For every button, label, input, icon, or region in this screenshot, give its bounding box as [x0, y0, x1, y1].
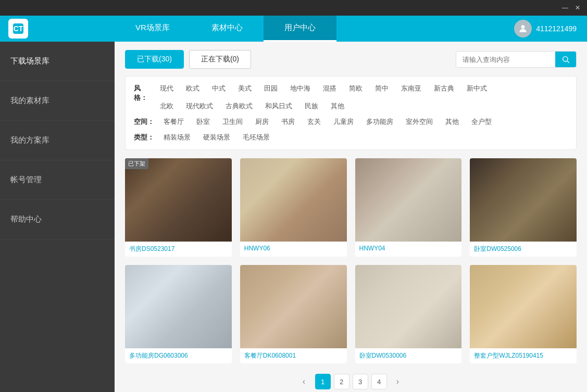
- sidebar: 下载场景库 我的素材库 我的方案库 帐号管理 帮助中心: [0, 42, 115, 392]
- header: CT VR场景库 素材中心 用户中心 4112121499: [0, 16, 587, 42]
- filter-tag[interactable]: 现代: [155, 83, 179, 94]
- image-grid: 已下架 书房DS0523017 HNWY06 HNWY04 卧室DW052500…: [125, 158, 577, 363]
- filter-tag[interactable]: 中式: [207, 83, 231, 94]
- nav-tabs: VR场景库 素材中心 用户中心: [115, 16, 514, 42]
- sidebar-item-download[interactable]: 下载场景库: [0, 42, 115, 81]
- search-input[interactable]: [456, 52, 555, 67]
- grid-image-7: [470, 265, 577, 348]
- page-button-4[interactable]: 4: [371, 374, 387, 389]
- nav-tab-user[interactable]: 用户中心: [264, 16, 336, 42]
- title-bar: — ✕: [0, 0, 587, 16]
- tab-downloading[interactable]: 正在下载(0): [189, 50, 251, 69]
- grid-label-0: 书房DS0523017: [125, 242, 232, 257]
- grid-item-4[interactable]: 多功能房DG0603006: [125, 265, 232, 363]
- filter-tag[interactable]: 现代欧式: [181, 100, 218, 112]
- sidebar-item-account[interactable]: 帐号管理: [0, 160, 115, 200]
- filter-row-space: 空间： 客餐厅 卧室 卫生间 厨房 书房 玄关 儿童房 多功能房 室外空间 其他…: [134, 116, 568, 128]
- tab-downloaded[interactable]: 已下载(30): [125, 50, 184, 69]
- filter-label-type: 类型：: [134, 132, 158, 142]
- page-button-2[interactable]: 2: [334, 374, 349, 389]
- search-box: [456, 51, 577, 68]
- grid-label-3: 卧室DW0525006: [470, 242, 577, 257]
- grid-image-3: [470, 158, 577, 242]
- filter-tag[interactable]: 室外空间: [401, 116, 438, 128]
- next-page-button[interactable]: ›: [390, 374, 406, 389]
- grid-item-3[interactable]: 卧室DW0525006: [470, 158, 577, 257]
- filter-row-style: 风格： 现代 欧式 中式 美式 田园 地中海 混搭 简欧 简中 东南亚 新古典 …: [134, 83, 568, 112]
- filter-tag[interactable]: 和风日式: [260, 100, 297, 112]
- grid-label-1: HNWY06: [240, 242, 347, 255]
- username: 4112121499: [536, 24, 577, 33]
- grid-image-0: 已下架: [125, 158, 232, 242]
- grid-item-0[interactable]: 已下架 书房DS0523017: [125, 158, 232, 257]
- close-button[interactable]: ✕: [572, 3, 583, 13]
- filter-tag[interactable]: 精装场景: [158, 132, 196, 143]
- grid-image-5: [240, 265, 347, 348]
- filter-tag[interactable]: 东南亚: [396, 83, 427, 94]
- filter-tag[interactable]: 简欧: [344, 83, 368, 94]
- filter-area: 风格： 现代 欧式 中式 美式 田园 地中海 混搭 简欧 简中 东南亚 新古典 …: [125, 76, 577, 150]
- grid-label-4: 多功能房DG0603006: [125, 348, 232, 363]
- avatar: [514, 20, 532, 37]
- filter-tag[interactable]: 地中海: [285, 83, 316, 94]
- search-icon: [561, 55, 570, 64]
- filter-tag[interactable]: 客餐厅: [158, 116, 189, 128]
- filter-tag[interactable]: 书房: [276, 116, 300, 128]
- filter-tag[interactable]: 北欧: [155, 100, 179, 112]
- svg-point-2: [521, 25, 525, 29]
- grid-image-1: [240, 158, 347, 242]
- filter-tag[interactable]: 古典欧式: [220, 100, 258, 112]
- filter-tag[interactable]: 简中: [370, 83, 394, 94]
- filter-row-type: 类型： 精装场景 硬装场景 毛坯场景: [134, 132, 568, 143]
- grid-item-6[interactable]: 卧室DW0530006: [355, 265, 462, 363]
- main-content: 已下载(30) 正在下载(0) 风格： 现代 欧式 中式 美式 田园 地中海: [115, 42, 587, 392]
- filter-tag[interactable]: 卧室: [191, 116, 215, 128]
- search-button[interactable]: [555, 52, 576, 67]
- filter-tag[interactable]: 玄关: [302, 116, 326, 128]
- grid-item-7[interactable]: 整套户型WJLZ05190415: [470, 265, 577, 363]
- sidebar-item-help[interactable]: 帮助中心: [0, 200, 115, 239]
- filter-tag[interactable]: 其他: [440, 116, 464, 128]
- filter-tags-style: 现代 欧式 中式 美式 田园 地中海 混搭 简欧 简中 东南亚 新古典 新中式 …: [155, 83, 568, 112]
- grid-image-6: [355, 265, 462, 348]
- minimize-button[interactable]: —: [560, 3, 570, 13]
- filter-label-style: 风格：: [134, 83, 155, 103]
- nav-tab-material[interactable]: 素材中心: [191, 16, 264, 42]
- grid-label-7: 整套户型WJLZ05190415: [470, 348, 577, 363]
- filter-tag[interactable]: 美式: [233, 83, 257, 94]
- grid-item-5[interactable]: 客餐厅DK0608001: [240, 265, 347, 363]
- grid-item-1[interactable]: HNWY06: [240, 158, 347, 257]
- page-button-1[interactable]: 1: [315, 374, 331, 389]
- filter-tag[interactable]: 全户型: [466, 116, 497, 128]
- filter-tag[interactable]: 多功能房: [361, 116, 398, 128]
- filter-tag[interactable]: 新古典: [429, 83, 459, 94]
- filter-tags-space: 客餐厅 卧室 卫生间 厨房 书房 玄关 儿童房 多功能房 室外空间 其他 全户型: [158, 116, 497, 128]
- nav-tab-vr[interactable]: VR场景库: [115, 16, 191, 42]
- svg-line-4: [567, 61, 569, 63]
- filter-tag[interactable]: 儿童房: [328, 116, 359, 128]
- sidebar-item-materials[interactable]: 我的素材库: [0, 81, 115, 121]
- sidebar-item-plans[interactable]: 我的方案库: [0, 121, 115, 160]
- filter-tag[interactable]: 毛坯场景: [238, 132, 275, 143]
- user-area: 4112121499: [514, 20, 587, 37]
- svg-text:CT: CT: [14, 24, 23, 33]
- grid-label-6: 卧室DW0530006: [355, 348, 462, 363]
- svg-point-3: [563, 57, 568, 61]
- pagination: ‹ 1 2 3 4 ›: [125, 374, 577, 392]
- grid-label-2: HNWY04: [355, 242, 462, 255]
- filter-tag[interactable]: 欧式: [181, 83, 205, 94]
- page-button-3[interactable]: 3: [353, 374, 368, 389]
- grid-label-5: 客餐厅DK0608001: [240, 348, 347, 363]
- filter-tag[interactable]: 卫生间: [217, 116, 248, 128]
- logo-icon: CT: [8, 19, 28, 39]
- filter-tag[interactable]: 田园: [259, 83, 283, 94]
- filter-tag[interactable]: 厨房: [250, 116, 274, 128]
- filter-tag[interactable]: 硬装场景: [198, 132, 235, 143]
- filter-tag[interactable]: 混搭: [318, 83, 342, 94]
- filter-tag[interactable]: 其他: [326, 100, 349, 112]
- grid-item-2[interactable]: HNWY04: [355, 158, 462, 257]
- filter-tag[interactable]: 新中式: [461, 83, 492, 94]
- filter-tag[interactable]: 民族: [299, 100, 323, 112]
- filter-tags-type: 精装场景 硬装场景 毛坯场景: [158, 132, 275, 143]
- prev-page-button[interactable]: ‹: [296, 374, 312, 389]
